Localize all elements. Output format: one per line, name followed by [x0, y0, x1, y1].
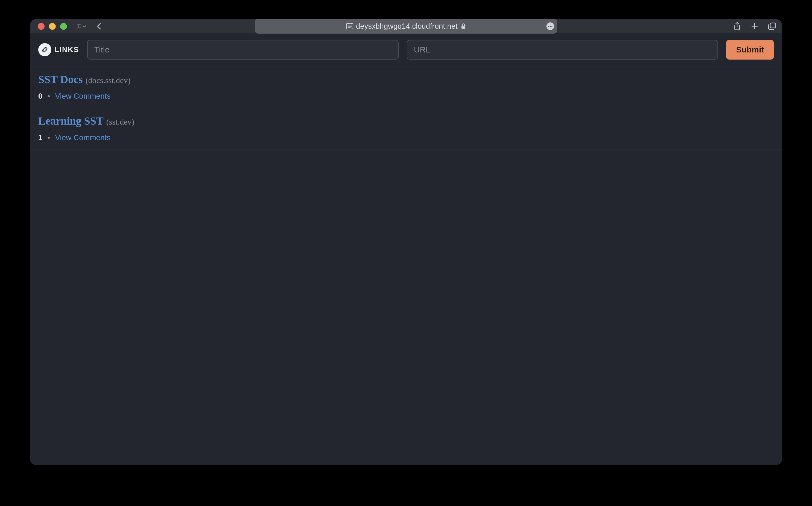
post-item: SST Docs (docs.sst.dev) 0 • View Comment…: [30, 66, 782, 108]
comment-count: 0: [38, 92, 42, 100]
share-icon: [733, 22, 741, 30]
fullscreen-window-button[interactable]: [60, 23, 67, 30]
post-domain: (sst.dev): [106, 117, 134, 126]
app-header: LINKS Submit: [30, 33, 782, 66]
reader-mode-icon: [346, 23, 353, 29]
window-controls: [38, 23, 67, 30]
svg-rect-6: [461, 26, 465, 29]
svg-point-8: [550, 26, 551, 27]
svg-point-7: [548, 26, 549, 27]
comment-count: 1: [38, 133, 42, 142]
meta-separator: •: [48, 133, 50, 142]
lock-icon: [461, 23, 466, 29]
app-logo[interactable]: LINKS: [38, 43, 79, 56]
address-bar[interactable]: deysxbhgwgq14.cloudfront.net: [255, 19, 557, 33]
minimize-window-button[interactable]: [49, 23, 56, 30]
posts-list: SST Docs (docs.sst.dev) 0 • View Comment…: [30, 66, 782, 465]
submit-button[interactable]: Submit: [726, 40, 774, 60]
tab-overview-button[interactable]: [767, 21, 777, 31]
url-input[interactable]: [407, 40, 718, 60]
plus-icon: [751, 23, 758, 30]
chevron-down-icon: [82, 24, 87, 28]
post-domain: (docs.sst.dev): [86, 76, 130, 85]
browser-window: deysxbhgwgq14.cloudfront.net: [30, 19, 782, 465]
back-button[interactable]: [94, 21, 104, 31]
sidebar-toggle-button[interactable]: [77, 21, 87, 31]
svg-point-9: [551, 26, 552, 27]
page-actions-button[interactable]: [546, 22, 554, 30]
meta-separator: •: [48, 92, 50, 100]
address-url: deysxbhgwgq14.cloudfront.net: [356, 22, 458, 30]
chevron-left-icon: [96, 22, 102, 30]
svg-rect-0: [77, 24, 81, 27]
post-title-link[interactable]: SST Docs: [38, 73, 83, 86]
ellipsis-icon: [548, 26, 552, 27]
new-tab-button[interactable]: [750, 21, 759, 31]
share-button[interactable]: [732, 21, 742, 31]
view-comments-link[interactable]: View Comments: [55, 133, 110, 142]
close-window-button[interactable]: [38, 23, 44, 30]
app-brand-text: LINKS: [55, 46, 79, 54]
chrome-right-controls: [732, 21, 777, 31]
browser-chrome: deysxbhgwgq14.cloudfront.net: [30, 19, 782, 33]
tabs-icon: [768, 22, 776, 30]
sidebar-icon: [77, 23, 81, 30]
title-input[interactable]: [87, 40, 398, 60]
post-item: Learning SST (sst.dev) 1 • View Comments: [30, 108, 782, 150]
address-text: deysxbhgwgq14.cloudfront.net: [356, 22, 466, 30]
view-comments-link[interactable]: View Comments: [55, 92, 110, 100]
link-icon: [38, 43, 52, 56]
svg-rect-10: [770, 23, 776, 28]
post-title-link[interactable]: Learning SST: [38, 114, 103, 127]
